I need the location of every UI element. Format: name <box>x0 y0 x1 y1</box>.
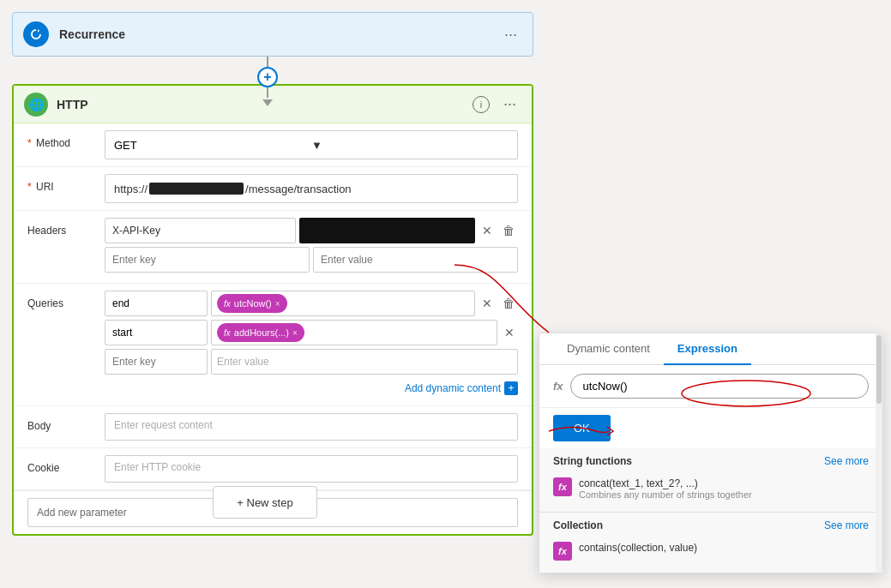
http-block: 🌐 HTTP i ··· * Method GET ▼ <box>12 84 533 536</box>
method-label: * Method <box>27 130 105 149</box>
body-input[interactable]: Enter request content <box>105 413 518 441</box>
collection-title: Collection <box>553 519 603 531</box>
header-key-2[interactable] <box>105 247 310 273</box>
cookie-input[interactable]: Enter HTTP cookie <box>105 455 518 483</box>
uri-label: * URI <box>27 174 105 193</box>
http-body: * Method GET ▼ * URI http <box>14 123 532 534</box>
string-functions-see-more[interactable]: See more <box>824 455 869 467</box>
add-dynamic-label: Add dynamic content <box>405 382 501 394</box>
string-functions-section: String functions See more fx concat(text… <box>539 448 882 512</box>
header-val-2[interactable] <box>313 247 518 273</box>
concat-func-info: concat(text_1, text_2?, ...) Combines an… <box>579 477 752 500</box>
recurrence-menu-btn[interactable]: ··· <box>499 24 522 45</box>
new-step-label: + New step <box>237 496 292 509</box>
new-step-button[interactable]: + New step <box>213 486 317 519</box>
query-copy-1[interactable]: 🗑 <box>499 295 518 312</box>
expression-input[interactable] <box>570 374 869 399</box>
connector: + <box>257 57 278 106</box>
query-val-3: Enter value <box>211 349 518 375</box>
contains-func-name: contains(collection, value) <box>579 542 697 554</box>
method-control: GET ▼ <box>105 130 518 159</box>
header-delete-icon-1[interactable]: ✕ <box>479 222 496 239</box>
connector-line-top <box>267 57 268 67</box>
fx-icon-utcnow: fx <box>224 299 231 309</box>
queries-grid: fx utcNow() × ✕ 🗑 <box>105 291 518 399</box>
query-delete-2[interactable]: ✕ <box>501 324 518 341</box>
collection-see-more[interactable]: See more <box>824 519 869 531</box>
recurrence-title: Recurrence <box>59 27 499 41</box>
concat-func-name: concat(text_1, text_2?, ...) <box>579 477 752 489</box>
queries-control: fx utcNow() × ✕ 🗑 <box>105 291 518 399</box>
collection-header: Collection See more <box>553 519 869 531</box>
method-row: * Method GET ▼ <box>14 123 532 167</box>
headers-grid: ✕ 🗑 <box>105 218 518 273</box>
required-star: * <box>27 137 32 149</box>
tab-expression[interactable]: Expression <box>664 333 751 365</box>
concat-func-desc: Combines any number of strings together <box>579 489 752 500</box>
string-functions-title: String functions <box>553 455 632 467</box>
fx-badge: fx <box>553 380 563 393</box>
collection-section: Collection See more fx contains(collecti… <box>539 512 882 573</box>
utcnow-close[interactable]: × <box>275 299 280 309</box>
add-dynamic-row: Add dynamic content + <box>105 378 518 399</box>
headers-row: Headers ✕ 🗑 <box>14 211 532 284</box>
ok-button[interactable]: OK <box>553 415 611 441</box>
add-dynamic-plus-icon: + <box>504 381 518 395</box>
uri-input[interactable]: https:// /message/transaction <box>105 174 518 203</box>
contains-fx-icon: fx <box>553 542 572 561</box>
uri-required-star: * <box>27 181 32 193</box>
query-val-2: fx addHours(...) × <box>211 320 497 345</box>
cookie-control: Enter HTTP cookie <box>105 455 518 483</box>
tab-expression-label: Expression <box>677 342 737 355</box>
info-button[interactable]: i <box>473 96 490 113</box>
connector-line-bottom <box>267 87 268 98</box>
query-val-placeholder: Enter value <box>217 356 269 368</box>
addhours-close[interactable]: × <box>292 328 298 338</box>
query-key-3[interactable] <box>105 349 208 375</box>
http-header-actions: i ··· <box>473 93 521 115</box>
uri-row: * URI https:// /message/transaction <box>14 167 532 211</box>
recurrence-block: Recurrence ··· <box>12 12 533 57</box>
header-copy-icon-1[interactable]: 🗑 <box>499 222 518 239</box>
uri-prefix: https:// <box>114 183 147 195</box>
cookie-row: Cookie Enter HTTP cookie <box>14 448 532 490</box>
main-canvas: Recurrence ··· + 🌐 HTTP i ··· * Method <box>0 0 891 588</box>
fx-icon-addhours: fx <box>224 328 231 338</box>
tab-dynamic-content-label: Dynamic content <box>567 342 650 355</box>
tab-dynamic-content[interactable]: Dynamic content <box>553 333 664 365</box>
body-placeholder: Enter request content <box>114 419 213 431</box>
method-dropdown[interactable]: GET ▼ <box>105 130 518 159</box>
body-row: Body Enter request content <box>14 406 532 448</box>
query-key-2[interactable] <box>105 320 208 345</box>
scroll-thumb[interactable] <box>876 335 882 404</box>
utcnow-label: utcNow() <box>234 298 272 309</box>
addhours-label: addHours(...) <box>234 327 289 338</box>
contains-function-item: fx contains(collection, value) <box>553 537 869 566</box>
contains-func-info: contains(collection, value) <box>579 542 697 554</box>
concat-fx-icon: fx <box>553 477 572 496</box>
add-step-button[interactable]: + <box>257 67 278 87</box>
uri-suffix: /message/transaction <box>245 183 352 195</box>
string-functions-header: String functions See more <box>553 455 869 467</box>
http-menu-btn[interactable]: ··· <box>498 93 521 115</box>
http-icon: 🌐 <box>24 93 48 117</box>
body-label: Body <box>27 413 105 432</box>
connector-arrow <box>262 99 273 106</box>
concat-function-item: fx concat(text_1, text_2?, ...) Combines… <box>553 472 869 505</box>
method-value: GET <box>114 139 311 152</box>
query-row-1: fx utcNow() × ✕ 🗑 <box>105 291 518 316</box>
query-delete-1[interactable]: ✕ <box>479 295 496 312</box>
utcnow-token: fx utcNow() × <box>217 294 287 313</box>
expression-panel: Dynamic content Expression fx OK String … <box>539 333 883 573</box>
query-row-3: Enter value <box>105 349 518 375</box>
header-row-2 <box>105 247 518 273</box>
headers-label: Headers <box>27 218 105 237</box>
add-dynamic-button[interactable]: Add dynamic content + <box>405 381 518 395</box>
uri-control: https:// /message/transaction <box>105 174 518 203</box>
query-val-1: fx utcNow() × <box>211 291 475 316</box>
header-key-1[interactable] <box>105 218 296 243</box>
expression-panel-tabs: Dynamic content Expression <box>539 333 882 365</box>
header-val-redacted-1 <box>299 218 475 243</box>
query-key-1[interactable] <box>105 291 208 316</box>
cookie-label: Cookie <box>27 455 105 474</box>
